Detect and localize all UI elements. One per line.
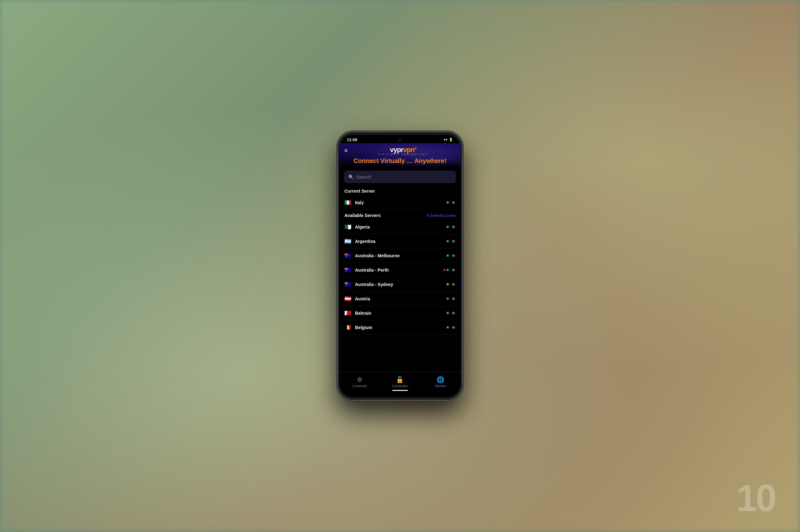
star-icon[interactable]: ★: [451, 310, 456, 316]
watermark: 10: [737, 476, 775, 519]
server-status: ★: [447, 252, 456, 259]
status-icons: ▾▾ 🔋: [444, 138, 453, 142]
app-header: ≡ vyprvpn® STRIKINGLY PROTECTIVE™ Connec…: [339, 143, 461, 168]
server-status: ★: [447, 224, 456, 230]
sort-label[interactable]: ⇅ Sorted By Country: [426, 214, 456, 217]
list-item[interactable]: 🇦🇺 Australia - Melbourne ★: [339, 248, 461, 263]
connection-icon: 🔓: [396, 376, 404, 383]
nav-indicator: [392, 390, 408, 391]
star-icon[interactable]: ★: [451, 281, 456, 287]
list-item[interactable]: 🇧🇭 Bahrain ★: [339, 306, 461, 320]
server-status: ★: [447, 238, 456, 244]
current-server-section-header: Current Server: [339, 186, 461, 195]
nav-item-connection[interactable]: 🔓 Connection: [380, 375, 420, 392]
header-top: ≡ vyprvpn® STRIKINGLY PROTECTIVE™: [344, 146, 456, 155]
customize-icon: ⚙: [357, 376, 363, 383]
star-icon[interactable]: ★: [451, 224, 456, 230]
logo-part2: vpn: [403, 146, 414, 154]
server-flag: 🇦🇺: [344, 267, 352, 273]
list-item[interactable]: 🇦🇺 Australia - Sydney ★: [339, 277, 461, 291]
list-item[interactable]: 🇩🇿 Algeria ★: [339, 220, 461, 234]
current-server-star[interactable]: ★: [451, 200, 456, 205]
server-name: Algeria: [355, 225, 447, 229]
star-icon[interactable]: ★: [451, 252, 456, 259]
current-server-status: ★: [447, 200, 456, 205]
sort-label-text: Sorted By Country: [430, 214, 456, 217]
list-item[interactable]: 🇦🇷 Argentina ★: [339, 234, 461, 248]
current-server-title: Current Server: [344, 189, 375, 194]
double-dot: [443, 269, 449, 271]
servers-icon: 🌐: [437, 376, 444, 383]
server-flag: 🇦🇺: [344, 253, 352, 259]
search-icon: 🔍: [348, 174, 354, 179]
search-placeholder: Search: [356, 174, 371, 179]
server-flag: 🇦🇺: [344, 282, 352, 287]
server-name: Austria: [355, 296, 447, 301]
customize-label: Customize: [352, 384, 367, 388]
current-server-flag: 🇮🇹: [344, 200, 352, 205]
server-status: ★: [447, 310, 456, 316]
status-dot: [447, 298, 449, 300]
logo-container: vyprvpn® STRIKINGLY PROTECTIVE™: [351, 146, 456, 155]
server-name: Belgium: [355, 325, 447, 330]
star-icon[interactable]: ★: [451, 324, 456, 330]
servers-label: Servers: [435, 384, 446, 388]
camera-notch: [398, 139, 402, 142]
server-flag: 🇦🇹: [344, 296, 352, 302]
current-server-dot: [447, 202, 449, 204]
server-status: ★: [447, 324, 456, 330]
list-item[interactable]: 🇦🇹 Austria ★: [339, 291, 461, 306]
status-dot: [447, 312, 449, 314]
server-status: ★: [447, 296, 456, 302]
status-dot-green: [447, 269, 449, 271]
list-item[interactable]: 🇦🇺 Australia - Perth ★: [339, 263, 461, 277]
header-tagline: Connect Virtually … Anywhere!: [344, 157, 456, 165]
server-name: Australia - Melbourne: [355, 253, 447, 258]
server-name: Australia - Sydney: [355, 282, 447, 287]
current-server-item[interactable]: 🇮🇹 Italy ★: [339, 195, 461, 210]
server-flag: 🇩🇿: [344, 224, 352, 230]
server-list: Current Server 🇮🇹 Italy ★ Available Serv…: [339, 186, 461, 372]
battery-icon: 🔋: [449, 138, 453, 142]
list-item[interactable]: 🇧🇪 Belgium ★: [339, 320, 461, 335]
status-dot-red: [443, 269, 446, 271]
phone-device: 11:08 ▾▾ 🔋 ≡ vyprvpn® STRIKINGLY PROTECT…: [338, 132, 462, 400]
wifi-icon: ▾▾: [444, 138, 448, 142]
logo: vyprvpn®: [351, 146, 456, 154]
nav-item-customize[interactable]: ⚙ Customize: [339, 375, 380, 392]
status-dot: [447, 240, 449, 242]
logo-part1: vypr: [390, 146, 403, 154]
current-server-name: Italy: [355, 200, 447, 205]
star-icon[interactable]: ★: [451, 238, 456, 244]
available-servers-section-header: Available Servers ⇅ Sorted By Country: [339, 210, 461, 220]
server-status: ★: [447, 281, 456, 287]
header-tagline-text: Connect Virtually … Anywhere!: [354, 157, 447, 164]
star-icon[interactable]: ★: [451, 296, 456, 302]
search-bar[interactable]: 🔍 Search: [344, 171, 456, 183]
status-dot: [447, 326, 449, 328]
nav-item-servers[interactable]: 🌐 Servers: [420, 375, 461, 392]
logo-tagline: STRIKINGLY PROTECTIVE™: [351, 153, 456, 155]
server-flag: 🇧🇭: [344, 310, 352, 316]
bottom-nav: ⚙ Customize 🔓 Connection 🌐 Servers: [339, 372, 461, 397]
server-flag: 🇦🇷: [344, 239, 352, 244]
star-icon[interactable]: ★: [451, 267, 456, 273]
menu-icon[interactable]: ≡: [344, 147, 348, 154]
logo-registered: ®: [414, 147, 416, 150]
available-servers-title: Available Servers: [344, 213, 381, 218]
server-flag: 🇧🇪: [344, 325, 352, 330]
sort-icon: ⇅: [426, 214, 429, 217]
server-name: Australia - Perth: [355, 268, 443, 272]
status-dot: [447, 226, 449, 228]
connection-label: Connection: [392, 384, 408, 388]
status-time: 11:08: [347, 137, 357, 142]
server-status: ★: [443, 267, 456, 273]
phone-screen: 11:08 ▾▾ 🔋 ≡ vyprvpn® STRIKINGLY PROTECT…: [339, 135, 461, 397]
status-dot: [447, 254, 449, 256]
server-name: Bahrain: [355, 311, 447, 316]
status-dot: [447, 283, 449, 285]
server-name: Argentina: [355, 239, 447, 244]
